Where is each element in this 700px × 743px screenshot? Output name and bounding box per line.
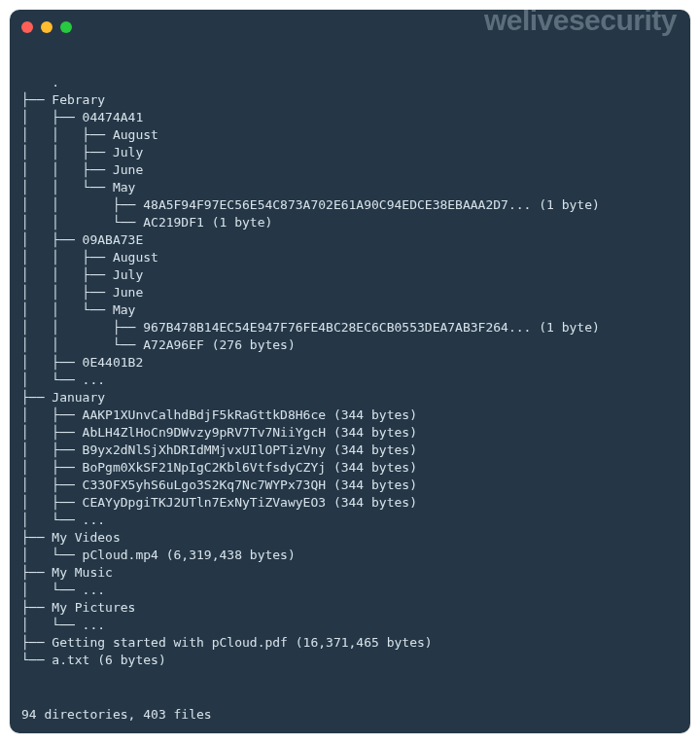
window-controls (21, 21, 72, 33)
window-titlebar: welivesecurity (10, 10, 690, 45)
terminal-content: . ├── Febrary │ ├── 04474A41 │ │ ├── Aug… (10, 45, 690, 733)
close-icon[interactable] (21, 21, 33, 33)
terminal-window: welivesecurity . ├── Febrary │ ├── 04474… (10, 10, 690, 733)
maximize-icon[interactable] (60, 21, 72, 33)
minimize-icon[interactable] (41, 21, 52, 33)
watermark-text: welivesecurity (484, 12, 677, 29)
tree-summary: 94 directories, 403 files (21, 706, 679, 724)
tree-output: . ├── Febrary │ ├── 04474A41 │ │ ├── Aug… (21, 75, 600, 667)
